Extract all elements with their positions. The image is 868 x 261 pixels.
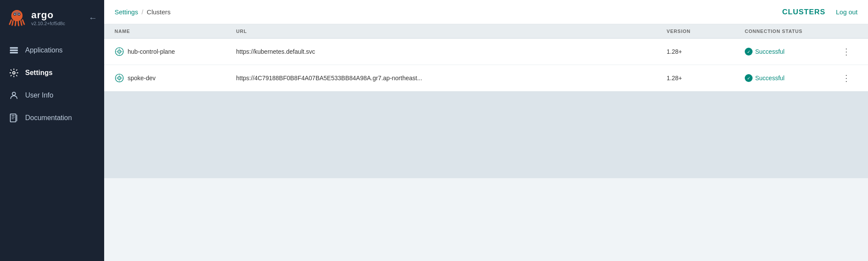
cluster-url-1: https://4C79188BF0B8F4A07BA5E533BB84A98A…: [236, 75, 422, 82]
cell-version-0: 1.28+: [667, 48, 745, 55]
empty-area: [104, 91, 868, 178]
sidebar-item-settings[interactable]: Settings: [0, 62, 104, 84]
sidebar: argo v2.10.2+fcf5d8c ← Applications: [0, 0, 104, 261]
cluster-icon-1: [115, 73, 124, 83]
cluster-name-0: hub-control-plane: [128, 48, 175, 55]
col-header-status: CONNECTION STATUS: [745, 29, 840, 34]
cluster-status-1: Successful: [755, 75, 785, 82]
sidebar-item-user-info[interactable]: User Info: [0, 84, 104, 107]
content-area: NAME URL VERSION CONNECTION STATUS hub-c…: [104, 24, 868, 261]
svg-rect-8: [10, 52, 18, 54]
cell-version-1: 1.28+: [667, 75, 745, 82]
argo-brand: argo v2.10.2+fcf5d8c: [31, 10, 65, 26]
layers-icon: [9, 45, 19, 55]
breadcrumb: Settings / Clusters: [115, 8, 171, 16]
check-circle-icon-0: ✓: [745, 48, 753, 55]
sidebar-header: argo v2.10.2+fcf5d8c ←: [0, 0, 104, 36]
user-icon: [9, 90, 19, 101]
cell-actions-1: ⋮: [840, 71, 858, 85]
cluster-version-0: 1.28+: [667, 48, 682, 55]
back-arrow-icon[interactable]: ←: [89, 13, 97, 23]
topbar-right: CLUSTERS Log out: [782, 8, 858, 16]
breadcrumb-settings-link[interactable]: Settings: [115, 8, 138, 16]
sidebar-item-documentation[interactable]: Documentation: [0, 107, 104, 129]
app-version: v2.10.2+fcf5d8c: [31, 21, 65, 26]
cluster-url-0: https://kubernetes.default.svc: [236, 48, 315, 55]
sidebar-nav: Applications Settings User Info: [0, 36, 104, 133]
settings-icon: [9, 68, 19, 78]
cell-url-1: https://4C79188BF0B8F4A07BA5E533BB84A98A…: [236, 75, 667, 82]
sidebar-item-label-documentation: Documentation: [25, 114, 72, 122]
cell-name-0: hub-control-plane: [115, 47, 236, 56]
cluster-icon-0: [115, 47, 124, 56]
cluster-version-1: 1.28+: [667, 75, 682, 82]
book-icon: [9, 113, 19, 123]
cluster-name-1: spoke-dev: [128, 75, 156, 82]
sidebar-item-applications[interactable]: Applications: [0, 39, 104, 62]
svg-rect-11: [10, 114, 16, 122]
table-row: spoke-dev https://4C79188BF0B8F4A07BA5E5…: [104, 65, 868, 91]
sidebar-item-label-user-info: User Info: [25, 91, 53, 99]
argo-logo-icon: [7, 8, 27, 28]
cluster-status-0: Successful: [755, 48, 785, 55]
main-content: Settings / Clusters CLUSTERS Log out NAM…: [104, 0, 868, 261]
cell-status-0: ✓ Successful: [745, 48, 840, 55]
col-header-version: VERSION: [667, 29, 745, 34]
table-header: NAME URL VERSION CONNECTION STATUS: [104, 24, 868, 39]
svg-point-5: [13, 11, 20, 16]
app-name: argo: [31, 10, 65, 21]
logout-button[interactable]: Log out: [836, 8, 858, 16]
more-options-button-0[interactable]: ⋮: [840, 45, 852, 59]
svg-rect-12: [16, 115, 18, 121]
cell-url-0: https://kubernetes.default.svc: [236, 48, 667, 55]
more-options-button-1[interactable]: ⋮: [840, 71, 852, 85]
table-row: hub-control-plane https://kubernetes.def…: [104, 39, 868, 65]
svg-point-9: [13, 72, 15, 74]
breadcrumb-separator: /: [141, 9, 143, 16]
col-header-name: NAME: [115, 29, 236, 34]
cell-actions-0: ⋮: [840, 45, 858, 59]
sidebar-item-label-applications: Applications: [25, 46, 62, 54]
topbar: Settings / Clusters CLUSTERS Log out: [104, 0, 868, 24]
col-header-actions: [840, 29, 858, 34]
svg-rect-6: [10, 47, 18, 49]
check-circle-icon-1: ✓: [745, 74, 753, 82]
breadcrumb-current: Clusters: [147, 8, 171, 16]
svg-rect-7: [10, 49, 18, 51]
page-title: CLUSTERS: [782, 8, 825, 16]
cell-status-1: ✓ Successful: [745, 74, 840, 82]
col-header-url: URL: [236, 29, 667, 34]
sidebar-item-label-settings: Settings: [25, 69, 53, 77]
svg-point-10: [12, 92, 15, 95]
cell-name-1: spoke-dev: [115, 73, 236, 83]
